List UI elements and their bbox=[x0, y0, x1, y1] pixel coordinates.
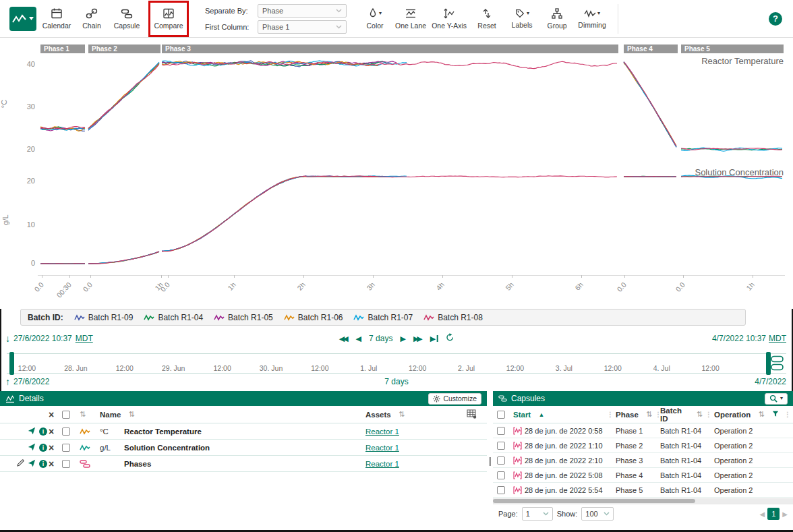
row-checkbox[interactable] bbox=[62, 444, 70, 452]
step-forward-full-icon[interactable]: ▶▶ bbox=[413, 335, 421, 343]
current-page-button[interactable]: 1 bbox=[767, 508, 780, 520]
display-range-end[interactable]: 4/7/2022 10:37 bbox=[712, 334, 766, 343]
column-menu-icon[interactable]: ⋮ bbox=[705, 411, 712, 418]
scrollbar-thumb[interactable] bbox=[493, 499, 695, 503]
chain-label: Chain bbox=[82, 22, 100, 30]
display-range-start[interactable]: 27/6/2022 10:37 bbox=[13, 334, 72, 343]
row-checkbox[interactable] bbox=[62, 427, 70, 436]
labels-button[interactable]: ▾ Labels bbox=[507, 3, 537, 34]
info-icon[interactable]: i bbox=[39, 444, 47, 452]
info-icon[interactable]: i bbox=[39, 460, 47, 468]
reset-button[interactable]: Reset bbox=[472, 3, 502, 34]
column-settings-icon[interactable] bbox=[467, 409, 477, 420]
show-select[interactable]: 100 bbox=[581, 507, 613, 521]
investigate-range-down-icon[interactable]: ↓ bbox=[5, 334, 10, 343]
workbench-trend-button[interactable] bbox=[9, 7, 36, 31]
step-to-end-icon[interactable]: ▶ bbox=[430, 335, 438, 343]
select-all-checkbox[interactable] bbox=[62, 411, 70, 419]
capsule-checkbox[interactable] bbox=[497, 442, 505, 450]
capsule-checkbox[interactable] bbox=[497, 486, 505, 494]
horizontal-scrollbar[interactable] bbox=[493, 498, 793, 504]
asset-link[interactable]: Reactor 1 bbox=[365, 427, 399, 436]
remove-item-button[interactable]: × bbox=[49, 427, 54, 436]
page-select[interactable]: 1 bbox=[522, 507, 553, 521]
capsule-row[interactable]: 28 de jun. de 2022 0:58Phase 1Batch R1-0… bbox=[493, 423, 793, 438]
assets-header[interactable]: Assets bbox=[365, 411, 391, 419]
send-icon[interactable] bbox=[28, 443, 36, 452]
customize-button[interactable]: Customize bbox=[428, 393, 481, 405]
edit-icon[interactable] bbox=[17, 459, 24, 468]
batch-id-header[interactable]: Batch ID bbox=[660, 407, 689, 423]
sort-icon[interactable]: ⇅ bbox=[697, 410, 703, 419]
capsule-operation: Operation 2 bbox=[714, 456, 793, 465]
help-button[interactable]: ? bbox=[769, 12, 782, 26]
table-row[interactable]: i×PhasesReactor 1 bbox=[0, 456, 487, 472]
table-row[interactable]: i×g/LSolution ConcentrationReactor 1 bbox=[0, 440, 487, 456]
refresh-icon[interactable] bbox=[445, 333, 454, 344]
capsule-row[interactable]: 28 de jun. de 2022 1:10Phase 2Batch R1-0… bbox=[493, 438, 793, 453]
trend-chart[interactable]: Phase 1 Phase 2 Phase 3 Phase 4 Phase 5 … bbox=[0, 38, 793, 309]
name-header[interactable]: Name bbox=[100, 411, 121, 419]
legend-item[interactable]: Batch R1-05 bbox=[214, 313, 273, 322]
sort-icon[interactable]: ⇅ bbox=[646, 410, 652, 419]
remove-item-button[interactable]: × bbox=[49, 443, 54, 452]
separate-by-dropdown[interactable]: Phase bbox=[258, 4, 347, 18]
one-lane-button[interactable]: One Lane bbox=[395, 3, 426, 34]
remove-all-button[interactable]: × bbox=[49, 410, 54, 419]
info-icon[interactable]: i bbox=[39, 427, 47, 436]
capsule-row[interactable]: 28 de jun. de 2022 2:10Phase 3Batch R1-0… bbox=[493, 453, 793, 468]
sort-ascending-icon[interactable]: ▲ bbox=[538, 411, 544, 418]
dimming-button[interactable]: ▾ Dimming bbox=[577, 3, 607, 34]
next-page-icon[interactable]: ▶ bbox=[782, 510, 788, 518]
capsule-checkbox[interactable] bbox=[497, 427, 505, 435]
legend-item[interactable]: Batch R1-04 bbox=[144, 313, 203, 322]
capsule-time-icon[interactable] bbox=[771, 355, 784, 374]
row-checkbox[interactable] bbox=[62, 460, 70, 468]
investigate-range-up-icon[interactable]: ↑ bbox=[5, 377, 10, 386]
calendar-button[interactable]: Calendar bbox=[42, 3, 71, 34]
color-button[interactable]: ▾ Color bbox=[360, 3, 390, 34]
timeline-right-handle[interactable] bbox=[766, 352, 771, 375]
filter-icon[interactable] bbox=[772, 411, 779, 419]
asset-link[interactable]: Reactor 1 bbox=[365, 460, 399, 468]
legend-item[interactable]: Batch R1-09 bbox=[74, 313, 134, 322]
sort-icon[interactable]: ⇅ bbox=[759, 410, 765, 419]
sort-icon[interactable]: ⇅ bbox=[129, 410, 135, 419]
one-y-axis-button[interactable]: One Y-Axis bbox=[432, 3, 467, 34]
step-forward-icon[interactable]: ▶ bbox=[400, 335, 405, 343]
step-back-full-icon[interactable]: ◀◀ bbox=[339, 335, 347, 343]
chain-button[interactable]: Chain bbox=[77, 3, 107, 34]
select-all-capsules-checkbox[interactable] bbox=[497, 411, 505, 419]
first-column-dropdown[interactable]: Phase 1 bbox=[258, 20, 347, 34]
legend-item[interactable]: Batch R1-07 bbox=[353, 313, 413, 322]
prev-page-icon[interactable]: ◀ bbox=[760, 510, 765, 518]
column-menu-icon[interactable]: ⋮ bbox=[607, 411, 614, 418]
asset-link[interactable]: Reactor 1 bbox=[365, 444, 399, 452]
legend-item[interactable]: Batch R1-06 bbox=[284, 313, 343, 322]
timezone-start[interactable]: MDT bbox=[76, 334, 93, 343]
group-button[interactable]: Group bbox=[542, 3, 572, 34]
phase-header[interactable]: Phase bbox=[616, 411, 639, 419]
send-icon[interactable] bbox=[28, 427, 36, 436]
capsule-button[interactable]: Capsule bbox=[112, 3, 142, 34]
remove-item-button[interactable]: × bbox=[49, 459, 54, 469]
sort-icon[interactable]: ⇅ bbox=[399, 410, 405, 419]
duration-label[interactable]: 7 days bbox=[369, 334, 392, 343]
send-icon[interactable] bbox=[28, 459, 36, 469]
capsule-row[interactable]: 28 de jun. de 2022 5:54Phase 5Batch R1-0… bbox=[493, 483, 793, 498]
panel-resize-handle[interactable] bbox=[487, 391, 493, 532]
column-menu-icon[interactable]: ⋮ bbox=[784, 411, 791, 418]
compare-button[interactable]: Compare bbox=[154, 3, 183, 34]
zoom-capsules-button[interactable]: ▾ bbox=[765, 393, 788, 405]
operation-header[interactable]: Operation bbox=[714, 411, 751, 419]
start-header[interactable]: Start bbox=[513, 411, 531, 419]
timeline-left-handle[interactable] bbox=[9, 352, 14, 375]
timezone-end[interactable]: MDT bbox=[769, 334, 786, 343]
capsule-checkbox[interactable] bbox=[497, 471, 505, 479]
sort-icon[interactable]: ⇅ bbox=[80, 410, 86, 419]
table-row[interactable]: i×°CReactor TemperatureReactor 1 bbox=[0, 423, 487, 440]
legend-item[interactable]: Batch R1-08 bbox=[423, 313, 483, 322]
capsule-row[interactable]: 28 de jun. de 2022 5:08Phase 4Batch R1-0… bbox=[493, 468, 793, 483]
step-back-icon[interactable]: ◀ bbox=[356, 335, 361, 343]
capsule-checkbox[interactable] bbox=[497, 456, 505, 465]
